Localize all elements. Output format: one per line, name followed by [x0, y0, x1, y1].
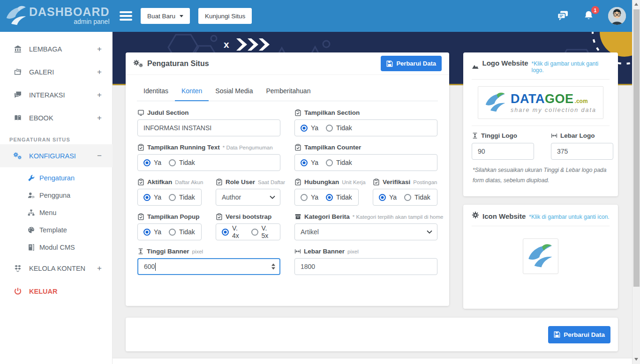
sidebar-item-kelola-konten[interactable]: KELOLA KONTEN + — [0, 257, 113, 280]
bank-icon — [13, 45, 23, 53]
expand-plus-icon[interactable]: + — [97, 45, 102, 54]
sidebar-item-label: KONFIGURASI — [29, 152, 76, 160]
perbarui-data-button-bottom[interactable]: Perbarui Data — [548, 326, 610, 343]
buat-baru-button[interactable]: Buat Baru — [141, 8, 190, 24]
clipboard-check-icon — [137, 144, 144, 151]
wrench-icon — [27, 174, 35, 182]
site-logo-image[interactable]: DATAGOE.com share my collection data — [478, 86, 603, 119]
submenu-item-menu[interactable]: Menu — [0, 204, 113, 221]
gears-icon — [13, 152, 23, 160]
perbarui-data-label: Perbarui Data — [396, 60, 436, 67]
sidebar-item-interaksi[interactable]: INTERAKSI + — [0, 83, 113, 106]
radio-tidak[interactable]: Tidak — [326, 159, 352, 166]
field-tampilkan-popup: Tampilkan Popup Ya Tidak — [137, 213, 202, 240]
radio-tidak[interactable]: Tidak — [169, 193, 195, 201]
width-icon — [551, 132, 557, 139]
submenu-item-pengguna[interactable]: Pengguna — [0, 186, 113, 204]
expand-plus-icon[interactable]: + — [97, 90, 102, 100]
field-label: Hubungkan — [304, 178, 339, 186]
sidebar-item-galeri[interactable]: GALERI + — [0, 60, 113, 83]
scroll-down-arrow[interactable] — [634, 358, 638, 361]
palette-icon — [27, 226, 35, 234]
user-gear-icon — [27, 192, 35, 199]
collapse-minus-icon[interactable]: − — [97, 151, 102, 161]
kunjungi-situs-button[interactable]: Kunjungi Situs — [198, 8, 252, 24]
submenu-item-pengaturan[interactable]: Pengaturan — [0, 169, 113, 186]
clipboard-check-icon — [137, 178, 144, 186]
tinggi-logo-input[interactable] — [472, 143, 534, 160]
buat-baru-label: Buat Baru — [147, 13, 175, 20]
counter-radio-group: Ya Tidak — [294, 154, 437, 171]
radio-ya[interactable]: Ya — [301, 124, 318, 132]
field-label: Tampilkan Counter — [304, 144, 361, 151]
submenu-item-modul-cms[interactable]: Modul CMS — [0, 238, 113, 256]
tinggi-banner-input[interactable]: 600 — [137, 258, 280, 275]
sidebar-item-keluar[interactable]: KELUAR — [0, 280, 113, 303]
expand-plus-icon[interactable]: + — [97, 113, 102, 123]
judul-section-input[interactable] — [143, 120, 274, 136]
role-user-select[interactable]: Author — [216, 189, 280, 206]
lebar-banner-input[interactable] — [301, 259, 431, 275]
tampilkan-section-radio-group: Ya Tidak — [294, 119, 437, 136]
sidebar-item-konfigurasi[interactable]: KONFIGURASI − — [0, 144, 113, 167]
caret-down-icon — [180, 15, 183, 17]
width-icon — [294, 248, 301, 255]
expand-plus-icon[interactable]: + — [97, 264, 102, 273]
box-stack-icon — [13, 264, 23, 273]
lebar-logo-input[interactable] — [551, 143, 613, 160]
module-book-icon — [27, 244, 35, 251]
notifications-bell-icon[interactable]: 1 — [583, 10, 594, 22]
radio-ya[interactable]: Ya — [301, 159, 318, 166]
clipboard-check-icon — [294, 178, 301, 186]
window-scrollbar[interactable] — [632, 0, 640, 364]
kategori-berita-select[interactable]: Artikel — [294, 223, 437, 240]
sidebar-item-label: LEMBAGA — [29, 45, 62, 53]
archive-icon — [294, 213, 301, 220]
judul-section-input-wrap — [137, 119, 280, 136]
radio-tidak[interactable]: Tidak — [404, 193, 430, 201]
tab-konten[interactable]: Konten — [175, 82, 209, 101]
brand-logo[interactable]: DASHBOARD admin panel — [0, 0, 113, 32]
field-label: Aktifkan — [147, 178, 172, 186]
sidebar-item-label: KELOLA KONTEN — [29, 265, 85, 272]
tab-identitas[interactable]: Identitas — [137, 82, 175, 101]
sidebar-item-ebook[interactable]: EBOOK + — [0, 106, 113, 129]
submenu-item-label: Pengguna — [39, 192, 70, 199]
submenu-item-template[interactable]: Template — [0, 221, 113, 238]
radio-tidak[interactable]: Tidak — [169, 228, 195, 236]
tab-pemberitahuan[interactable]: Pemberitahuan — [259, 82, 317, 101]
folders-icon — [13, 68, 23, 76]
radio-tidak[interactable]: Tidak — [326, 124, 352, 132]
radio-tidak[interactable]: Tidak — [326, 193, 352, 201]
save-icon — [386, 60, 393, 67]
tab-sosial-media[interactable]: Sosial Media — [209, 82, 259, 101]
submenu-item-label: Menu — [39, 209, 56, 216]
user-avatar[interactable] — [608, 7, 626, 25]
radio-ya[interactable]: Ya — [143, 159, 161, 166]
field-label: Tampilkan Popup — [147, 213, 200, 220]
clipboard-check-icon — [294, 109, 301, 116]
power-icon — [13, 287, 23, 296]
field-label: Lebar Banner — [304, 248, 345, 255]
scroll-up-arrow[interactable] — [634, 3, 638, 6]
radio-v4x[interactable]: V. 4x — [222, 224, 245, 239]
expand-plus-icon[interactable]: + — [97, 67, 102, 77]
perbarui-data-button-top[interactable]: Perbarui Data — [381, 56, 442, 71]
settings-card-title: Pengaturan Situs — [147, 59, 209, 68]
sidebar-item-lembaga[interactable]: LEMBAGA + — [0, 37, 113, 60]
site-icon-image[interactable] — [523, 238, 558, 274]
scrollbar-thumb[interactable] — [633, 9, 640, 287]
settings-card: Pengaturan Situs Perbarui Data Identitas… — [126, 52, 449, 306]
radio-v5x[interactable]: V. 5x — [251, 224, 275, 239]
hamburger-menu-icon[interactable] — [120, 9, 132, 23]
messages-icon[interactable] — [557, 10, 569, 22]
number-spinner[interactable] — [271, 264, 275, 270]
radio-ya[interactable]: Ya — [301, 193, 318, 201]
radio-ya[interactable]: Ya — [143, 228, 161, 236]
radio-ya[interactable]: Ya — [379, 193, 397, 201]
field-label: Versi bootstrap — [226, 213, 271, 220]
radio-ya[interactable]: Ya — [143, 193, 161, 201]
clipboard-check-icon — [216, 178, 223, 186]
radio-tidak[interactable]: Tidak — [169, 159, 195, 166]
submenu-item-label: Modul CMS — [39, 244, 75, 251]
